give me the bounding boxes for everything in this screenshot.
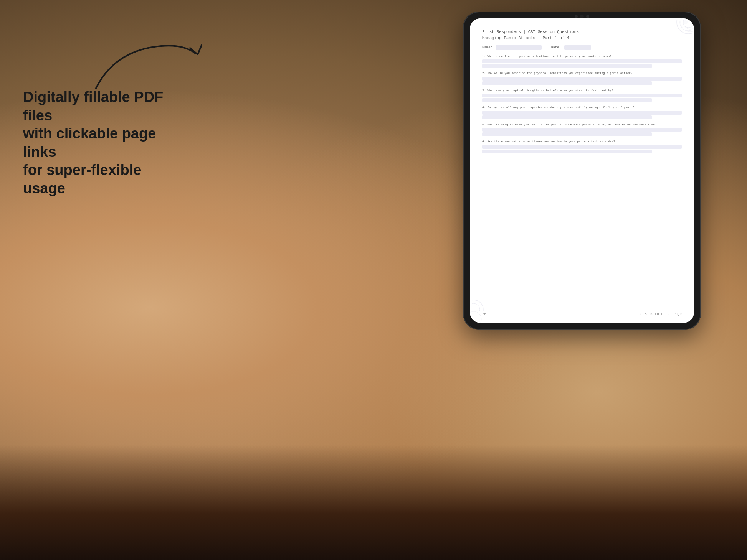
pdf-footer: 20 ← Back to First Page xyxy=(482,312,682,316)
svg-point-3 xyxy=(472,300,483,311)
tablet-device: First Responders | CBT Session Questions… xyxy=(463,12,701,330)
pdf-question-6-text: 6. Are there any patterns or themes you … xyxy=(482,140,682,144)
pdf-question-4: 4. Can you recall any past experiences w… xyxy=(482,105,682,119)
pdf-answer-2a[interactable] xyxy=(482,77,682,81)
pdf-name-date-row: Name: Date: xyxy=(482,45,682,50)
pdf-question-5: 5. What strategies have you used in the … xyxy=(482,123,682,137)
pdf-answer-4b[interactable] xyxy=(482,115,652,119)
pdf-date-field[interactable] xyxy=(564,45,591,50)
pdf-page-number: 20 xyxy=(482,312,486,316)
tablet-screen: First Responders | CBT Session Questions… xyxy=(470,18,694,323)
pdf-question-6: 6. Are there any patterns or themes you … xyxy=(482,140,682,153)
pdf-title-line1: First Responders | CBT Session Questions… xyxy=(482,29,682,35)
pdf-answer-6a[interactable] xyxy=(482,145,682,149)
pdf-answer-3b[interactable] xyxy=(482,98,652,102)
pdf-question-2: 2. How would you describe the physical s… xyxy=(482,71,682,85)
pdf-date-label: Date: xyxy=(551,46,561,49)
pdf-title: First Responders | CBT Session Questions… xyxy=(482,29,682,41)
pdf-name-label: Name: xyxy=(482,46,492,49)
pdf-question-1: 1. What specific triggers or situations … xyxy=(482,54,682,68)
pdf-question-5-text: 5. What strategies have you used in the … xyxy=(482,123,682,127)
tablet-camera-dot xyxy=(580,15,584,18)
pdf-question-2-text: 2. How would you describe the physical s… xyxy=(482,71,682,76)
pdf-answer-1b[interactable] xyxy=(482,64,652,68)
pdf-answer-5b[interactable] xyxy=(482,132,652,136)
svg-point-4 xyxy=(472,303,480,311)
pdf-question-3: 3. What are your typical thoughts or bel… xyxy=(482,89,682,102)
corner-decor-top-right xyxy=(665,20,692,43)
pdf-answer-1a[interactable] xyxy=(482,59,682,63)
pdf-answer-3a[interactable] xyxy=(482,94,682,97)
corner-decor-bottom-left xyxy=(472,292,495,311)
pdf-questions-list: 1. What specific triggers or situations … xyxy=(482,54,682,157)
marketing-heading: Digitally fillable PDF files with clicka… xyxy=(23,88,184,198)
pdf-answer-2b[interactable] xyxy=(482,81,652,85)
pdf-title-line2: Managing Panic Attacks – Part 1 of 4 xyxy=(482,35,682,41)
arrow-decoration xyxy=(84,35,207,96)
tablet-camera xyxy=(575,15,589,18)
pdf-page: First Responders | CBT Session Questions… xyxy=(470,18,694,323)
pdf-question-3-text: 3. What are your typical thoughts or bel… xyxy=(482,89,682,93)
marketing-text-block: Digitally fillable PDF files with clicka… xyxy=(23,88,184,198)
tablet-dot-2 xyxy=(586,15,589,18)
pdf-answer-6b[interactable] xyxy=(482,150,652,153)
pdf-question-1-text: 1. What specific triggers or situations … xyxy=(482,54,682,59)
pdf-answer-5a[interactable] xyxy=(482,128,682,132)
pdf-name-field[interactable] xyxy=(496,45,542,50)
pdf-answer-4a[interactable] xyxy=(482,111,682,115)
tablet-dot-1 xyxy=(575,15,578,18)
pdf-back-link[interactable]: ← Back to First Page xyxy=(640,312,682,316)
pdf-question-4-text: 4. Can you recall any past experiences w… xyxy=(482,105,682,110)
